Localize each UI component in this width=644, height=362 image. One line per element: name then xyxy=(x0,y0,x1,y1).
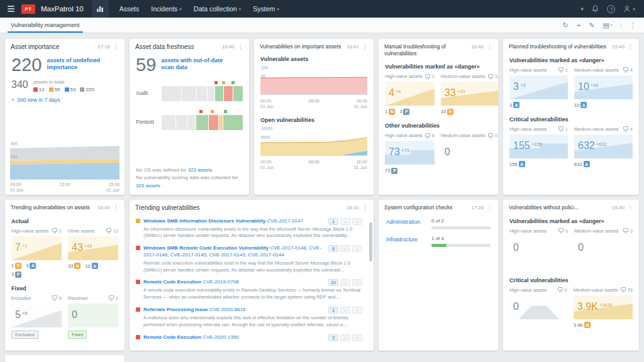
stat-tile[interactable]: 3+3 xyxy=(509,75,568,99)
stat-tile[interactable]: 632+632 xyxy=(574,134,633,158)
widget-trending-vulnerabilities: Trending vulnerabilities 16:41⋮ Windows … xyxy=(130,200,374,351)
cve-links[interactable]: CVE-2020-1350 xyxy=(203,334,238,340)
x-axis-labels: 00:0001 Jun 08:00 16:0001 Jun xyxy=(260,158,367,170)
nav-data-collection[interactable]: Data collection▾ xyxy=(194,5,241,13)
vulnerability-title-link[interactable]: Referrals Processing Issue xyxy=(143,307,208,312)
cve-links[interactable]: CVE-2019-0708 xyxy=(203,279,238,285)
widget-menu-icon[interactable]: ⋮ xyxy=(487,44,492,50)
dashboards-icon[interactable] xyxy=(92,0,109,18)
export-button[interactable]: ▤▾ xyxy=(603,22,613,29)
stat-tile-block: Medium-value assets 4 632+632 632A xyxy=(574,126,633,168)
stat-tile-block: High-value assets 0 0 xyxy=(509,287,567,329)
low-importance-icon xyxy=(65,87,69,92)
widget-menu-icon[interactable]: ⋮ xyxy=(362,44,368,50)
widget-title: System configuration checks xyxy=(384,204,467,211)
vulnerability-title-link[interactable]: Windows SMB Information Disclosure Vulne… xyxy=(143,218,265,224)
monitor-icon xyxy=(621,287,626,291)
asset-count: 0 xyxy=(488,133,497,138)
nav-system[interactable]: System▾ xyxy=(253,5,279,13)
stat-tile-block: Other assets 13 43+43 33N 10A xyxy=(68,228,118,278)
scrollbar-thumb[interactable] xyxy=(369,222,372,261)
nav-assets[interactable]: Assets xyxy=(119,5,140,13)
widget-menu-icon[interactable]: ⋮ xyxy=(113,205,119,211)
tile-badges xyxy=(574,263,613,270)
tile-label: Medium-value assets xyxy=(574,287,618,293)
nav-incidents[interactable]: Incidents▾ xyxy=(151,5,182,13)
check-link-infrastructure[interactable]: Infrastructure xyxy=(386,236,425,243)
vulnerability-description: A remote code execution vulnerability ex… xyxy=(143,287,362,301)
stat-tile[interactable]: 33+33 xyxy=(441,82,498,106)
stat-tile[interactable]: 43+43 xyxy=(68,236,118,260)
severity-low[interactable]: 53 xyxy=(65,87,76,92)
tab-vulnerability-management[interactable]: Vulnerability management xyxy=(8,18,83,33)
severity-medium[interactable]: 55 xyxy=(49,87,60,92)
stat-tile[interactable]: 73+73 xyxy=(385,141,435,165)
vulnerability-title-link[interactable]: Remote Code Execution xyxy=(143,334,201,340)
help-button[interactable]: ? xyxy=(607,5,615,13)
severity-badge-N: N xyxy=(15,263,21,269)
monitor-icon xyxy=(558,228,564,232)
assets-link[interactable]: 323 assets xyxy=(188,167,213,173)
vulnerability-row[interactable]: Windows SMB Information Disclosure Vulne… xyxy=(136,215,367,243)
stat-tile[interactable]: 4+4 xyxy=(385,82,435,106)
assets-link[interactable]: 326 assets xyxy=(136,183,160,189)
y-tick: 100 xyxy=(261,65,268,70)
vulnerability-title-link[interactable]: Windows SMB Remote Code Execution Vulner… xyxy=(143,245,269,251)
check-progress-text: 0 of 2 xyxy=(431,218,491,224)
vulnerability-title-link[interactable]: Remote Code Execution xyxy=(143,279,201,285)
stat-tile[interactable]: 0 xyxy=(441,141,497,165)
asset-count: 2 xyxy=(52,228,62,234)
widget-menu-icon[interactable]: ⋮ xyxy=(362,205,368,211)
stat-tile[interactable]: 5+5 xyxy=(11,304,62,327)
pentest-bar[interactable] xyxy=(162,109,243,130)
menu-icon[interactable] xyxy=(6,4,16,14)
cve-links[interactable]: CVE-2020-8616 xyxy=(209,307,245,312)
stale-assets-link[interactable]: assets with out-of-date scan data xyxy=(161,55,231,74)
note-no-scoring: No vulnerability scoring data was collec… xyxy=(136,174,243,190)
stat-tile[interactable]: 155+155 xyxy=(509,134,568,158)
new-assets-link[interactable]: + 340 new in 7 days xyxy=(5,92,125,103)
asset-count: 4 xyxy=(623,126,633,132)
refresh-button[interactable]: ↻ xyxy=(563,22,569,29)
asset-count: 11 xyxy=(488,74,498,79)
vulnerability-row[interactable]: Remote Code Execution CVE-2019-0708 10 -… xyxy=(136,276,367,304)
high-importance-icon xyxy=(33,87,38,92)
check-link-administration[interactable]: Administration xyxy=(386,218,425,225)
vulnerability-row[interactable]: Remote Code Execution CVE-2020-1350 3 - … xyxy=(136,331,367,344)
widget-menu-icon[interactable]: ⋮ xyxy=(628,44,633,50)
user-menu-button[interactable]: ▾ xyxy=(623,5,635,13)
stat-tile[interactable]: 0 xyxy=(68,304,118,327)
vulnerability-row[interactable]: Windows SMB Remote Code Execution Vulner… xyxy=(136,242,367,276)
severity-badge-A: A xyxy=(584,161,590,167)
vulnerability-row[interactable]: Referrals Processing Issue CVE-2020-8616… xyxy=(136,304,367,331)
stat-tile[interactable]: 7+7 xyxy=(11,236,62,260)
stat-tile[interactable]: 0 xyxy=(509,295,567,319)
severity-undefined[interactable]: 220 xyxy=(80,87,94,92)
pt-logo[interactable]: PT xyxy=(21,4,35,14)
stat-tile[interactable]: 3.9K+3933 xyxy=(574,295,633,319)
y-tick: 200 xyxy=(11,155,18,159)
stat-tile[interactable]: 0 xyxy=(509,236,568,260)
vulnerability-badges: 8 - - xyxy=(328,244,362,252)
widget-menu-icon[interactable]: ⋮ xyxy=(487,205,492,211)
widget-menu-icon[interactable]: ⋮ xyxy=(113,44,119,50)
asset-count: 25 xyxy=(621,287,633,293)
stat-tile[interactable]: 10+10 xyxy=(574,75,633,99)
widget-title: Asset importance xyxy=(11,43,94,52)
cve-links[interactable]: CVE-2017-0147 xyxy=(267,218,303,224)
asset-count: 4 xyxy=(623,67,633,73)
severity-badge-A: A xyxy=(92,263,98,269)
severity-high[interactable]: 12 xyxy=(33,87,45,92)
more-options-button[interactable]: ⋮ xyxy=(630,22,636,29)
stat-tile[interactable]: 0 xyxy=(574,236,633,260)
edit-dashboard-button[interactable]: ✎ xyxy=(589,22,594,29)
add-dashboard-button[interactable]: + xyxy=(577,22,580,29)
asset-count: 5 xyxy=(52,295,62,301)
tile-label: Other assets xyxy=(68,228,95,234)
widget-menu-icon[interactable]: ⋮ xyxy=(238,44,243,50)
divider xyxy=(621,21,621,29)
widget-menu-icon[interactable]: ⋮ xyxy=(628,205,633,211)
notifications-button[interactable] xyxy=(592,5,599,13)
audit-bar[interactable] xyxy=(162,80,243,101)
undefined-importance-link[interactable]: assets of undefined importance xyxy=(47,55,117,74)
